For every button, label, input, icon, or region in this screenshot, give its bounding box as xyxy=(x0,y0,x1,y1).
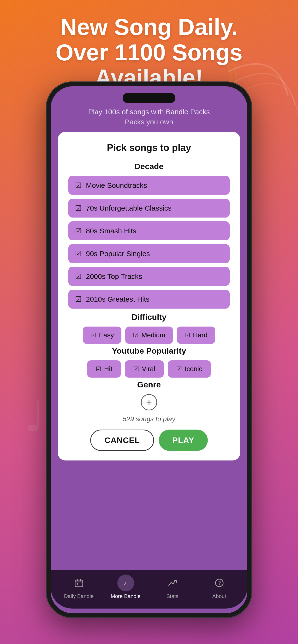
option-70s[interactable]: ☑ 70s Unforgettable Classics xyxy=(68,198,230,218)
option-label: 90s Popular Singles xyxy=(86,250,150,258)
phone-screen: Play 100s of songs with Bandle Packs Pac… xyxy=(51,86,247,613)
nav-icon-wrap-stats xyxy=(164,574,181,591)
svg-rect-7 xyxy=(77,583,78,584)
popularity-section-title: Youtube Popularity xyxy=(68,346,230,356)
check-icon: ☑ xyxy=(75,227,82,235)
popularity-iconic[interactable]: ☑ Iconic xyxy=(168,360,211,378)
popularity-label: Hit xyxy=(104,365,112,373)
option-label: 2010s Greatest Hits xyxy=(86,295,150,303)
modal-card: Pick songs to play Decade ☑ Movie Soundt… xyxy=(58,132,240,460)
check-icon: ☑ xyxy=(75,272,82,280)
popularity-row: ☑ Hit ☑ Viral ☑ Iconic xyxy=(68,360,230,378)
difficulty-label: Hard xyxy=(193,331,208,339)
check-icon: ☑ xyxy=(133,365,139,373)
play-button[interactable]: PLAY xyxy=(159,430,208,451)
svg-text:♪: ♪ xyxy=(123,580,126,586)
option-2000s[interactable]: ☑ 2000s Top Tracks xyxy=(68,267,230,286)
option-label: 80s Smash Hits xyxy=(86,227,136,235)
decade-section-title: Decade xyxy=(68,162,230,171)
option-movie-soundtracks[interactable]: ☑ Movie Soundtracks xyxy=(68,176,230,195)
nav-icon-wrap-about: ? xyxy=(211,574,228,591)
difficulty-label: Easy xyxy=(99,331,114,339)
hero-section: New Song Daily. Over 1100 Songs Availabl… xyxy=(0,14,298,90)
nav-about[interactable]: ? About xyxy=(196,574,243,600)
nav-label-about: About xyxy=(212,593,226,600)
nav-stats[interactable]: Stats xyxy=(149,574,196,600)
option-90s[interactable]: ☑ 90s Popular Singles xyxy=(68,244,230,263)
genre-section-title: Genre xyxy=(68,380,230,389)
check-icon: ☑ xyxy=(176,365,182,373)
check-icon: ☑ xyxy=(133,332,138,339)
nav-daily-bandle[interactable]: Daily Bandle xyxy=(55,574,102,600)
cancel-button[interactable]: CANCEL xyxy=(90,430,154,451)
popularity-label: Viral xyxy=(142,365,155,373)
check-icon: ☑ xyxy=(96,365,101,373)
difficulty-medium[interactable]: ☑ Medium xyxy=(125,326,173,344)
bottom-nav: Daily Bandle ♪ More Bandle xyxy=(51,570,247,608)
check-icon: ☑ xyxy=(75,204,82,212)
calendar-icon xyxy=(74,578,84,588)
genre-section: + xyxy=(68,394,230,410)
check-icon: ☑ xyxy=(75,181,82,190)
option-80s[interactable]: ☑ 80s Smash Hits xyxy=(68,222,230,240)
popularity-label: Iconic xyxy=(185,365,202,373)
header-subtitle: Play 100s of songs with Bandle Packs xyxy=(60,108,238,116)
popularity-hit[interactable]: ☑ Hit xyxy=(87,360,121,378)
option-label: Movie Soundtracks xyxy=(86,181,147,190)
dynamic-island xyxy=(123,93,175,103)
header-packs: Packs you own xyxy=(60,118,238,126)
genre-add-button[interactable]: + xyxy=(141,394,157,410)
difficulty-easy[interactable]: ☑ Easy xyxy=(83,326,121,344)
check-icon: ☑ xyxy=(75,250,82,258)
nav-label-more: More Bandle xyxy=(111,593,140,600)
songs-count: 529 songs to play xyxy=(68,415,230,423)
nav-icon-wrap-daily xyxy=(71,574,87,591)
check-icon: ☑ xyxy=(90,332,96,339)
svg-text:?: ? xyxy=(218,580,221,586)
svg-rect-3 xyxy=(75,580,83,587)
check-icon: ☑ xyxy=(185,332,190,339)
option-2010s[interactable]: ☑ 2010s Greatest Hits xyxy=(68,290,230,308)
nav-icon-wrap-more: ♪ xyxy=(117,574,134,591)
music-note-icon: ♪ xyxy=(121,578,130,588)
hero-title: New Song Daily. Over 1100 Songs Availabl… xyxy=(14,14,284,90)
phone-frame: Play 100s of songs with Bandle Packs Pac… xyxy=(46,82,252,618)
about-icon: ? xyxy=(215,578,224,588)
popularity-viral[interactable]: ☑ Viral xyxy=(125,360,164,378)
svg-text:♩: ♩ xyxy=(24,393,44,440)
plus-icon: + xyxy=(146,396,152,408)
action-row: CANCEL PLAY xyxy=(68,430,230,451)
option-label: 70s Unforgettable Classics xyxy=(86,204,172,212)
nav-label-stats: Stats xyxy=(166,593,178,600)
nav-label-daily: Daily Bandle xyxy=(64,593,94,600)
difficulty-section-title: Difficulty xyxy=(68,312,230,322)
nav-more-bandle[interactable]: ♪ More Bandle xyxy=(102,574,149,600)
difficulty-hard[interactable]: ☑ Hard xyxy=(177,326,215,344)
stats-icon xyxy=(168,578,177,588)
hero-line1: New Song Daily. xyxy=(60,14,238,40)
difficulty-row: ☑ Easy ☑ Medium ☑ Hard xyxy=(68,326,230,344)
difficulty-label: Medium xyxy=(141,331,165,339)
option-label: 2000s Top Tracks xyxy=(86,272,142,280)
check-icon: ☑ xyxy=(75,295,82,303)
screen-header: Play 100s of songs with Bandle Packs Pac… xyxy=(51,108,247,126)
modal-title: Pick songs to play xyxy=(68,142,230,153)
